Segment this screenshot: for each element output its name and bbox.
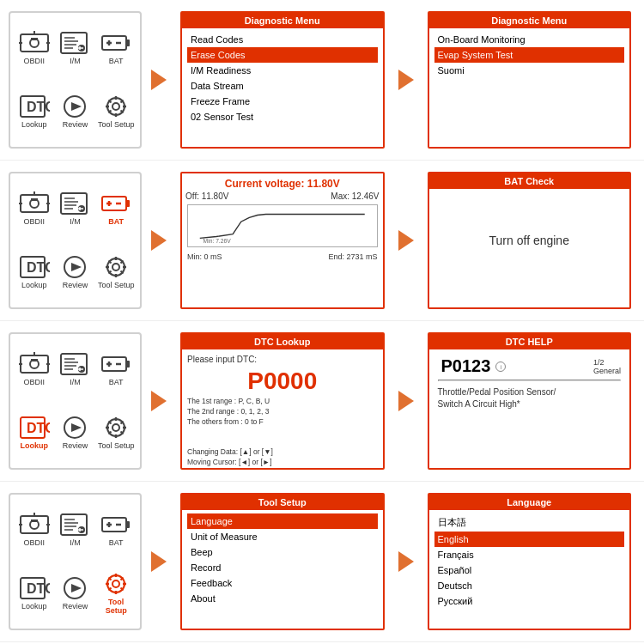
menu-item[interactable]: Deutsch xyxy=(434,578,625,593)
device-btn-obdii[interactable]: OBDII xyxy=(15,339,53,399)
device-btn-toolsetup[interactable]: Tool Setup xyxy=(97,563,135,623)
bat-icon xyxy=(100,31,131,55)
device-btn-lookup[interactable]: DTC Lookup xyxy=(15,563,53,623)
arrow-2 xyxy=(389,391,423,411)
screen-title: Language xyxy=(429,495,630,510)
im-label: I/M xyxy=(70,378,81,386)
dtc-code-display: P0000 xyxy=(187,366,378,397)
menu-item[interactable]: Beep xyxy=(187,544,378,560)
obdii-label: OBDII xyxy=(24,57,46,65)
toolsetup-label: Tool Setup xyxy=(98,281,135,289)
dtc-help-description: Throttle/Pedal Position Sensor/ Switch A… xyxy=(434,383,625,414)
arrow-icon xyxy=(151,70,167,90)
menu-item[interactable]: English xyxy=(434,532,625,547)
device-btn-obdii[interactable]: OBDII xyxy=(15,18,53,78)
menu-item[interactable]: Read Codes xyxy=(187,32,378,47)
device-btn-im[interactable]: I/M xyxy=(57,500,94,560)
review-icon xyxy=(59,94,90,118)
menu-item[interactable]: Feedback xyxy=(187,575,378,591)
screen-panel: Diagnostic MenuOn-Board MonitoringEvap S… xyxy=(428,11,632,149)
device-btn-review[interactable]: Review xyxy=(57,242,94,302)
info-icon[interactable]: i xyxy=(495,361,506,372)
device-btn-review[interactable]: Review xyxy=(57,82,94,142)
review-label: Review xyxy=(63,281,88,289)
screen-body: On-Board MonitoringEvap System TestSuomi xyxy=(429,28,630,82)
device-panel: OBDII I/M BAT DTC Lookup Review xyxy=(9,332,142,470)
device-btn-im[interactable]: I/M xyxy=(57,339,94,399)
device-btn-toolsetup[interactable]: Tool Setup xyxy=(97,242,135,302)
menu-item[interactable]: Unit of Measure xyxy=(187,529,378,544)
device-btn-bat[interactable]: BAT xyxy=(97,500,135,560)
menu-item[interactable]: Français xyxy=(434,547,625,562)
menu-item[interactable]: About xyxy=(187,591,378,606)
svg-rect-100 xyxy=(21,516,48,533)
dtc-help-panel: DTC HELPP0123i1/2GeneralThrottle/Pedal P… xyxy=(428,332,632,470)
menu-item[interactable]: Record xyxy=(187,560,378,575)
menu-item[interactable]: 日本語 xyxy=(434,513,625,532)
device-btn-im[interactable]: I/M xyxy=(57,18,94,78)
device-btn-toolsetup[interactable]: Tool Setup xyxy=(97,403,135,463)
toolsetup-icon xyxy=(100,416,131,440)
lookup-label: Lookup xyxy=(21,281,47,289)
im-label: I/M xyxy=(70,217,81,226)
review-icon xyxy=(59,576,90,600)
menu-item[interactable]: Evap System Test xyxy=(434,47,625,63)
device-btn-bat[interactable]: BAT xyxy=(97,179,135,239)
svg-rect-5 xyxy=(31,38,38,40)
menu-item[interactable]: On-Board Monitoring xyxy=(434,32,625,47)
device-btn-review[interactable]: Review xyxy=(57,403,94,463)
screen-body: Read CodesErase CodesI/M ReadinessData S… xyxy=(182,28,383,128)
menu-item[interactable]: I/M Readiness xyxy=(187,63,378,78)
arrow-icon-2 xyxy=(398,230,414,251)
svg-marker-122 xyxy=(71,584,82,592)
svg-point-24 xyxy=(112,103,119,110)
toolsetup-icon xyxy=(100,94,131,118)
device-btn-lookup[interactable]: DTC Lookup xyxy=(15,242,53,302)
lookup-icon: DTC xyxy=(19,576,50,600)
svg-rect-81 xyxy=(102,357,126,371)
row-2: OBDII I/M BAT DTC Lookup Review xyxy=(0,321,644,482)
menu-item[interactable]: Data Stream xyxy=(187,78,378,94)
im-label: I/M xyxy=(70,57,81,65)
svg-point-91 xyxy=(112,424,119,431)
menu-item[interactable]: Language xyxy=(187,513,378,529)
arrow-2 xyxy=(389,230,423,251)
menu-item[interactable]: Русский xyxy=(434,593,625,609)
menu-item[interactable]: Freeze Frame xyxy=(187,94,378,109)
device-btn-review[interactable]: Review xyxy=(57,563,94,623)
obdii-icon xyxy=(19,513,50,537)
svg-rect-67 xyxy=(21,355,48,373)
obdii-label: OBDII xyxy=(24,217,46,226)
menu-item[interactable]: Suomi xyxy=(434,63,625,78)
device-btn-toolsetup[interactable]: Tool Setup xyxy=(97,82,135,142)
screen-panel: Diagnostic MenuRead CodesErase CodesI/M … xyxy=(180,11,385,149)
bat-off: Off: 11.80V xyxy=(185,191,228,201)
device-btn-lookup[interactable]: DTC Lookup xyxy=(15,82,53,142)
device-btn-obdii[interactable]: OBDII xyxy=(15,500,53,560)
device-btn-bat[interactable]: BAT xyxy=(97,18,135,78)
device-btn-im[interactable]: I/M xyxy=(57,179,94,239)
arrow xyxy=(142,70,176,90)
bat-label: BAT xyxy=(109,57,124,65)
menu-item[interactable]: Erase Codes xyxy=(187,47,378,63)
bat-label: BAT xyxy=(109,378,124,386)
bat-check-panel: BAT CheckTurn off engine xyxy=(428,172,632,309)
bat-voltage-panel: Current voltage: 11.80VOff: 11.80VMax: 1… xyxy=(180,172,385,309)
screen-title: BAT Check xyxy=(429,173,630,189)
im-label: I/M xyxy=(70,538,81,547)
menu-item[interactable]: 02 Sensor Test xyxy=(187,109,378,125)
svg-point-124 xyxy=(112,580,119,587)
svg-rect-33 xyxy=(21,195,48,212)
lookup-icon: DTC xyxy=(19,94,50,118)
device-panel: OBDII I/M BAT DTC Lookup Review xyxy=(9,11,142,149)
device-btn-lookup[interactable]: DTC Lookup xyxy=(15,403,53,463)
device-btn-obdii[interactable]: OBDII xyxy=(15,179,53,239)
device-btn-bat[interactable]: BAT xyxy=(97,339,135,399)
arrow-2 xyxy=(389,551,423,572)
row-3: OBDII I/M BAT DTC Lookup Review xyxy=(0,482,644,642)
lookup-label: Lookup xyxy=(21,120,47,129)
bat-chart: Min: 7.26V xyxy=(187,204,378,247)
bat-icon xyxy=(100,352,131,376)
menu-item[interactable]: Español xyxy=(434,562,625,578)
toolsetup-label: Tool Setup xyxy=(98,441,135,450)
